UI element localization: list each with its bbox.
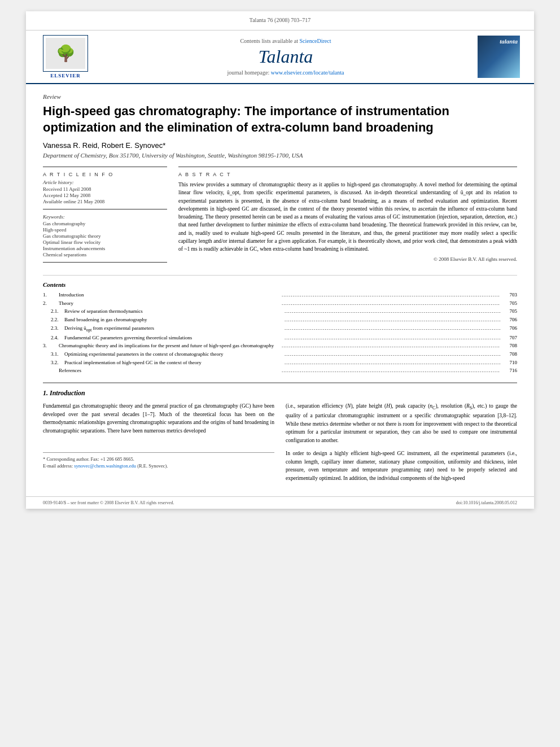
toc-dots-2-1 [282, 308, 500, 315]
abstract-copyright: © 2008 Elsevier B.V. All rights reserved… [178, 256, 517, 262]
article-type: Review [43, 93, 517, 100]
toc-page-1: 703 [500, 291, 517, 299]
toc-page-2-2: 706 [500, 316, 517, 324]
history-label: Article history: [43, 180, 167, 185]
abstract-title: A B S T R A C T [178, 172, 517, 177]
received-date: Received 11 April 2008 [43, 186, 167, 192]
toc-num-3: 3. [43, 342, 59, 350]
intro-left-col: Fundamental gas chromatographic theory a… [43, 402, 274, 487]
keyword-4: Optimal linear flow velocity [43, 239, 167, 245]
elsevier-tree-icon: 🌳 [46, 38, 85, 69]
toc-dots-2-2 [282, 316, 500, 324]
contents-title: Contents [43, 281, 517, 288]
article-authors: Vanessa R. Reid, Robert E. Synovec* [43, 141, 517, 150]
contents-section: Contents 1. Introduction 703 2. Theory 7… [43, 275, 517, 374]
article-content: Review High-speed gas chromatography: Th… [26, 84, 534, 496]
toc-dots-2 [279, 300, 500, 307]
intro-left-text: Fundamental gas chromatographic theory a… [43, 402, 274, 435]
toc-label-2-3: Deriving ūopt from experimental paramete… [64, 325, 282, 333]
footnote-email: E-mail address: synovec@chem.washington.… [43, 463, 274, 469]
talanta-logo-image: talanta [478, 36, 520, 78]
toc-label-3-2: Practical implementation of high-speed G… [64, 359, 282, 366]
footnote-email-label: E-mail address: [43, 463, 73, 469]
article-title: High-speed gas chromatography: The impor… [43, 103, 517, 136]
article-info-title: A R T I C L E I N F O [43, 172, 167, 177]
toc-label-3-1: Optimizing experimental parameters in th… [64, 351, 282, 358]
footnote-email-person: (R.E. Synovec). [137, 463, 168, 469]
toc-num-1: 1. [43, 291, 59, 299]
keyword-3: Gas chromatographic theory [43, 233, 167, 239]
journal-reference: Talanta 76 (2008) 703–717 [37, 17, 523, 23]
toc-page-2-4: 707 [500, 334, 517, 342]
keyword-5: Instrumentation advancements [43, 246, 167, 251]
intro-section-num: 1. [43, 389, 48, 397]
footnote-area: * Corresponding author. Fax: +1 206 685 … [43, 452, 274, 469]
journal-center: Contents lists available at ScienceDirec… [99, 38, 472, 76]
toc-sub-num-3-1: 3.1. [43, 351, 64, 358]
doi-text: doi:10.1016/j.talanta.2008.05.012 [456, 500, 517, 505]
toc-item-3-2: 3.2. Practical implementation of high-sp… [43, 359, 517, 366]
intro-section-title: Introduction [50, 389, 85, 397]
toc-item-2-2: 2.2. Band broadening in gas chromatograp… [43, 316, 517, 324]
journal-header: Talanta 76 (2008) 703–717 [26, 11, 534, 30]
bottom-bar: 0039-9140/$ – see front matter © 2008 El… [26, 496, 534, 509]
sd-prefix-text: Contents lists available at [240, 38, 298, 44]
introduction-heading: 1. Introduction [43, 389, 517, 397]
toc-item-refs: References 716 [43, 367, 517, 374]
article-info-box: A R T I C L E I N F O Article history: R… [43, 167, 167, 267]
journal-title: Talanta [99, 46, 472, 67]
toc-dots-3-1 [282, 351, 500, 358]
abstract-text: This review provides a summary of chroma… [178, 181, 517, 253]
toc-dots-2-4 [282, 334, 500, 342]
science-direct-line: Contents lists available at ScienceDirec… [99, 38, 472, 44]
accepted-date: Accepted 12 May 2008 [43, 193, 167, 198]
keywords-list: Gas chromatography High-speed Gas chroma… [43, 221, 167, 257]
toc-item-3-1: 3.1. Optimizing experimental parameters … [43, 351, 517, 358]
info-divider [43, 209, 167, 209]
intro-right-col: (i.e., separation efficiency (N), plate … [286, 402, 517, 487]
toc-item-2-1: 2.1. Review of separation thermodynamics… [43, 308, 517, 315]
footnote-corresponding: * Corresponding author. Fax: +1 206 685 … [43, 456, 274, 462]
section-divider [43, 382, 517, 383]
info-divider-bottom [43, 262, 167, 263]
toc-label-1: Introduction [59, 291, 279, 299]
toc-page-2-3: 706 [500, 325, 517, 333]
keywords-label: Keywords: [43, 214, 167, 220]
toc-dots-3-2 [282, 359, 500, 366]
toc-label-2-2: Band broadening in gas chromatography [64, 316, 282, 324]
toc-num-refs [43, 367, 59, 374]
toc-sub-num-2-4: 2.4. [43, 334, 64, 342]
toc-sub-num-2-2: 2.2. [43, 316, 64, 324]
toc-item-2: 2. Theory 705 [43, 300, 517, 307]
keyword-6: Chemical separations [43, 252, 167, 257]
toc-dots-2-3 [282, 325, 500, 333]
toc-page-2: 705 [500, 300, 517, 307]
elsevier-logo: 🌳 ELSEVIER [37, 35, 94, 78]
toc-label-2-1: Review of separation thermodynamics [64, 308, 282, 315]
toc-page-2-1: 705 [500, 308, 517, 315]
available-date: Available online 21 May 2008 [43, 199, 167, 204]
journal-banner: 🌳 ELSEVIER Contents lists available at S… [26, 30, 534, 84]
article-affiliation: Department of Chemistry, Box 351700, Uni… [43, 152, 517, 159]
toc-page-3-1: 708 [500, 351, 517, 358]
toc-label-refs: References [59, 367, 279, 374]
article-meta-row: A R T I C L E I N F O Article history: R… [43, 167, 517, 267]
science-direct-link[interactable]: ScienceDirect [299, 38, 331, 44]
toc-label-2: Theory [59, 300, 279, 307]
toc-page-refs: 716 [500, 367, 517, 374]
article-dates: Received 11 April 2008 Accepted 12 May 2… [43, 186, 167, 204]
intro-right-text-2: In order to design a highly efficient hi… [286, 449, 517, 483]
keyword-1: Gas chromatography [43, 221, 167, 226]
toc-page-3-2: 710 [500, 359, 517, 366]
homepage-link[interactable]: www.elsevier.com/locate/talanta [271, 69, 344, 76]
footnote-email-link[interactable]: synovec@chem.washington.edu [74, 463, 136, 469]
toc-label-3: Chromatographic theory and its implicati… [59, 342, 279, 350]
keyword-2: High-speed [43, 227, 167, 233]
toc-dots-refs [279, 367, 500, 374]
issn-text: 0039-9140/$ – see front matter © 2008 El… [43, 500, 174, 505]
toc-sub-num-3-2: 3.2. [43, 359, 64, 366]
journal-homepage: journal homepage: www.elsevier.com/locat… [99, 69, 472, 76]
toc-sub-num-2-3: 2.3. [43, 325, 64, 333]
elsevier-wordmark: ELSEVIER [37, 73, 94, 78]
toc-num-2: 2. [43, 300, 59, 307]
